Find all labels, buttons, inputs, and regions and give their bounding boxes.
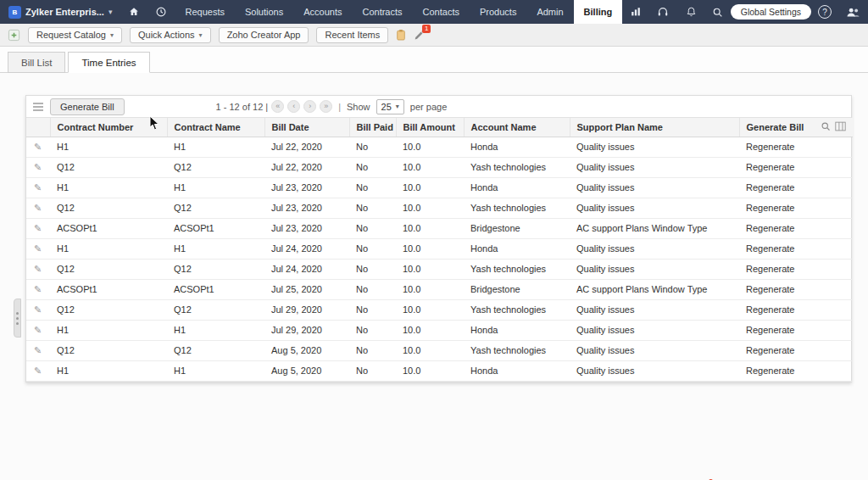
header-account-name[interactable]: Account Name — [464, 118, 570, 137]
cell-contract-number: H1 — [50, 360, 167, 381]
table-row[interactable]: ✎ Q12 Q12 Aug 5, 2020 No 10.0 Yash techn… — [26, 340, 853, 360]
nav-item-contacts[interactable]: Contacts — [413, 0, 470, 24]
edit-row-icon[interactable]: ✎ — [34, 345, 42, 355]
edit-cell: ✎ — [26, 157, 50, 177]
table-row[interactable]: ✎ H1 H1 Jul 24, 2020 No 10.0 Honda Quali… — [26, 238, 853, 259]
column-chooser-button[interactable] — [835, 121, 846, 133]
list-menu-button[interactable] — [33, 103, 43, 111]
page-size-select[interactable]: 25 ▾ — [376, 99, 404, 114]
time-entries-table: Contract Number Contract Name Bill Date … — [26, 118, 853, 382]
request-catalog-label: Request Catalog — [36, 30, 106, 40]
cell-bill-paid: No — [349, 177, 396, 198]
support-headset-button[interactable] — [649, 0, 676, 24]
cell-bill-amount: 10.0 — [396, 198, 464, 218]
zoho-creator-app-button[interactable]: Zoho Creator App — [219, 27, 309, 43]
recent-items-button[interactable]: Recent Items — [316, 27, 388, 43]
table-row[interactable]: ✎ H1 H1 Jul 22, 2020 No 10.0 Honda Quali… — [26, 137, 853, 157]
recent-activity-button[interactable] — [147, 0, 175, 24]
tasks-clipboard-button[interactable] — [396, 29, 406, 41]
nav-item-products[interactable]: Products — [470, 0, 526, 24]
regenerate-link[interactable]: Regenerate — [739, 198, 853, 218]
regenerate-link[interactable]: Regenerate — [739, 360, 853, 381]
edit-row-icon[interactable]: ✎ — [34, 142, 42, 152]
edit-row-icon[interactable]: ✎ — [34, 223, 42, 233]
bell-icon — [686, 6, 697, 18]
nav-item-accounts[interactable]: Accounts — [293, 0, 352, 24]
edit-row-icon[interactable]: ✎ — [34, 264, 42, 274]
generate-bill-button[interactable]: Generate Bill — [50, 98, 125, 115]
edit-row-icon[interactable]: ✎ — [34, 304, 42, 315]
user-directory-button[interactable] — [838, 0, 868, 24]
last-page-button[interactable]: » — [320, 100, 332, 113]
edit-cell: ✎ — [26, 279, 50, 299]
cell-bill-date: Jul 24, 2020 — [264, 259, 349, 279]
cell-account-name: Honda — [464, 360, 570, 381]
global-search-button[interactable] — [704, 0, 731, 24]
cell-contract-number: H1 — [50, 137, 167, 157]
edit-row-icon[interactable]: ✎ — [34, 203, 42, 213]
reports-button[interactable] — [622, 0, 649, 24]
header-bill-date[interactable]: Bill Date — [264, 118, 349, 137]
nav-item-billing[interactable]: Billing — [574, 0, 623, 24]
table-row[interactable]: ✎ Q12 Q12 Jul 29, 2020 No 10.0 Yash tech… — [26, 299, 853, 320]
tab-bill-list[interactable]: Bill List — [8, 52, 65, 73]
header-contract-name[interactable]: Contract Name — [167, 118, 264, 137]
edit-row-icon[interactable]: ✎ — [34, 162, 42, 172]
left-panel-toggle[interactable] — [14, 299, 21, 338]
header-contract-number[interactable]: Contract Number — [50, 118, 167, 137]
header-support-plan-name[interactable]: Support Plan Name — [570, 118, 739, 137]
cell-bill-date: Jul 23, 2020 — [264, 218, 349, 238]
next-page-button[interactable]: › — [303, 100, 316, 113]
regenerate-link[interactable]: Regenerate — [739, 157, 853, 177]
table-row[interactable]: ✎ ACSOPt1 ACSOPt1 Jul 25, 2020 No 10.0 B… — [26, 279, 853, 299]
announcements-button[interactable]: 1 — [414, 30, 425, 41]
table-row[interactable]: ✎ Q12 Q12 Jul 22, 2020 No 10.0 Yash tech… — [26, 157, 853, 177]
cell-contract-number: H1 — [50, 177, 167, 198]
regenerate-link[interactable]: Regenerate — [739, 177, 853, 198]
regenerate-link[interactable]: Regenerate — [739, 320, 853, 340]
regenerate-link[interactable]: Regenerate — [739, 218, 853, 238]
nav-item-requests[interactable]: Requests — [175, 0, 234, 24]
table-row[interactable]: ✎ H1 H1 Jul 29, 2020 No 10.0 Honda Quali… — [26, 320, 853, 340]
home-button[interactable] — [120, 0, 147, 24]
table-row[interactable]: ✎ H1 H1 Jul 23, 2020 No 10.0 Honda Quali… — [26, 177, 853, 198]
cell-contract-name: Q12 — [167, 157, 264, 177]
table-row[interactable]: ✎ Q12 Q12 Jul 24, 2020 No 10.0 Yash tech… — [26, 259, 853, 279]
header-bill-paid[interactable]: Bill Paid — [349, 118, 396, 137]
regenerate-link[interactable]: Regenerate — [739, 238, 853, 259]
org-switcher[interactable]: B Zylker Enterpris... ▾ — [0, 0, 120, 24]
table-row[interactable]: ✎ Q12 Q12 Jul 23, 2020 No 10.0 Yash tech… — [26, 198, 853, 218]
global-settings-button[interactable]: Global Settings — [731, 4, 811, 20]
cell-bill-paid: No — [349, 279, 396, 299]
nav-item-contracts[interactable]: Contracts — [352, 0, 412, 24]
edit-row-icon[interactable]: ✎ — [34, 182, 42, 193]
header-bill-amount[interactable]: Bill Amount — [396, 118, 464, 137]
regenerate-link[interactable]: Regenerate — [739, 137, 853, 157]
regenerate-link[interactable]: Regenerate — [739, 299, 853, 320]
edit-row-icon[interactable]: ✎ — [34, 325, 42, 335]
page-size-value: 25 — [381, 102, 392, 112]
edit-row-icon[interactable]: ✎ — [34, 366, 42, 376]
list-toolbar: Generate Bill 1 - 12 of 12 | « ‹ › » | S… — [26, 96, 851, 118]
edit-row-icon[interactable]: ✎ — [34, 284, 42, 294]
new-request-button[interactable] — [8, 29, 20, 42]
notifications-button[interactable] — [678, 0, 704, 24]
quick-actions-dropdown[interactable]: Quick Actions ▾ — [130, 27, 211, 43]
regenerate-link[interactable]: Regenerate — [739, 259, 853, 279]
edit-row-icon[interactable]: ✎ — [34, 243, 42, 254]
regenerate-link[interactable]: Regenerate — [739, 279, 853, 299]
request-catalog-dropdown[interactable]: Request Catalog ▾ — [28, 27, 122, 43]
table-search-button[interactable] — [821, 121, 831, 133]
regenerate-link[interactable]: Regenerate — [739, 340, 853, 360]
edit-cell: ✎ — [26, 299, 50, 320]
prev-page-button[interactable]: ‹ — [287, 100, 300, 113]
help-button[interactable]: ? — [818, 5, 832, 19]
first-page-button[interactable]: « — [271, 100, 284, 113]
header-generate-bill[interactable]: Generate Bill — [739, 118, 853, 137]
nav-item-solutions[interactable]: Solutions — [235, 0, 293, 24]
table-row[interactable]: ✎ ACSOPt1 ACSOPt1 Jul 23, 2020 No 10.0 B… — [26, 218, 853, 238]
tab-time-entries[interactable]: Time Entries — [68, 52, 149, 73]
cell-bill-paid: No — [349, 137, 396, 157]
table-row[interactable]: ✎ H1 H1 Aug 5, 2020 No 10.0 Honda Qualit… — [26, 360, 853, 381]
nav-item-admin[interactable]: Admin — [526, 0, 573, 24]
